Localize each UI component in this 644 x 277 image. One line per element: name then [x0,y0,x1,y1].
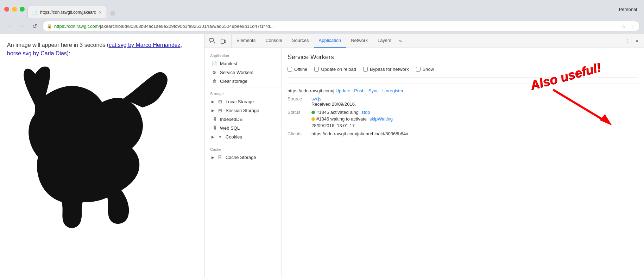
status-active-text: #1845 activated a [316,110,353,115]
svg-line-3 [213,40,215,43]
tab-close-button[interactable]: × [99,10,102,15]
sidebar-section-storage: Storage [204,89,282,97]
devtools-tabs: Elements Console Sources Application Net… [232,34,620,48]
update-on-reload-label: Update on reload [321,67,356,72]
intro-end: ): [67,50,70,56]
sw-js-link[interactable]: sw.js [311,96,321,101]
tab-title: https://cdn.rawgit.com/jakearc [40,10,96,15]
sidebar-section-application: Application [204,51,282,59]
sw-sync-link[interactable]: Sync [368,88,379,93]
sw-entry: https://cdn.rawgit.com/j Update Push Syn… [288,84,638,143]
sidebar-section-cache: Cache [204,144,282,153]
cat-link[interactable]: cat.svg by Marco Hernandez [109,42,181,48]
close-button[interactable] [4,7,9,12]
bypass-checkbox[interactable] [363,67,368,72]
tab-layers[interactable]: Layers [373,34,396,48]
sidebar-divider-2 [204,143,282,143]
tab-page-icon: 📄 [32,10,37,15]
tabs-area: 📄 https://cdn.rawgit.com/jakearc × [27,0,616,18]
devtools-panel: Elements Console Sources Application Net… [204,34,644,277]
url-menu-icon[interactable]: ⋮ [631,24,635,29]
clients-value: https://cdn.rawgit.com/jakearchibald/803… [311,131,408,136]
skip-waiting-link[interactable]: skipWaiting [370,116,393,122]
show-checkbox[interactable] [416,67,421,72]
traffic-lights [4,7,25,12]
session-storage-icon: ⊞ [217,108,223,113]
sw-update-link[interactable]: Update [336,88,351,93]
tab-network[interactable]: Network [346,34,373,48]
address-bar: ← → ↺ 🔒 https://cdn.rawgit.com/jakearchi… [0,18,644,34]
sw-push-link[interactable]: Push [354,88,365,93]
sidebar-item-websql[interactable]: 🗄 Web SQL [204,124,282,133]
show-option[interactable]: Show [416,67,434,72]
offline-option[interactable]: Offline [288,67,307,72]
local-storage-arrow: ▶ [211,100,214,104]
sidebar-divider-1 [204,87,282,87]
bypass-label: Bypass for network [370,67,409,72]
update-on-reload-checkbox[interactable] [314,67,319,72]
sidebar-item-local-storage[interactable]: ▶ ⊞ Local Storage [204,97,282,106]
sidebar-item-cookies[interactable]: ▶ ✦ Cookies [204,133,282,141]
status-waiting-text: #1846 waiting to activate [316,116,367,122]
sidebar-item-cache-storage[interactable]: ▶ 🗄 Cache Storage [204,153,282,162]
devtools-close-button[interactable]: × [633,37,641,45]
svg-rect-0 [111,11,115,16]
more-tabs-button[interactable]: » [396,34,405,48]
status-dot-waiting [311,117,315,121]
new-tab-button[interactable] [106,8,119,18]
device-toolbar-icon[interactable] [219,36,228,46]
svg-rect-5 [225,40,226,43]
update-on-reload-option[interactable]: Update on reload [314,67,356,72]
refresh-button[interactable]: ↺ [30,21,39,31]
clear-storage-icon: 🗑 [211,79,217,84]
offline-checkbox[interactable] [288,67,292,72]
devtools-sidebar: Application 📄 Manifest ⚙ Service Workers… [204,48,282,277]
devtools-icon-group [204,34,232,48]
maximize-button[interactable] [20,7,25,12]
devtools-menu-button[interactable]: ⋮ [623,37,631,45]
status-value: #1845 activated a ing stop #1846 waiting… [311,110,393,128]
sidebar-item-manifest[interactable]: 📄 Manifest [204,59,282,68]
clients-label: Clients [288,131,309,136]
sidebar-item-session-storage[interactable]: ▶ ⊞ Session Storage [204,106,282,115]
sidebar-item-clear-storage[interactable]: 🗑 Clear storage [204,77,282,86]
service-workers-panel: Service Workers Offline Update on reload [282,48,644,277]
svg-rect-4 [221,39,224,43]
status-line-1: #1845 activated a ing stop [311,110,393,115]
tab-application[interactable]: Application [314,34,346,48]
status-date: 28/09/2016, 13:01:17 [311,123,393,128]
stop-link[interactable]: stop [361,110,370,115]
cache-storage-icon: 🗄 [217,155,223,160]
bookmark-icon[interactable]: ☆ [621,24,626,29]
sidebar-item-indexeddb[interactable]: 🗄 IndexedDB [204,115,282,124]
intro-text: An image will appear here in 3 seconds (… [7,41,197,58]
url-bar[interactable]: 🔒 https://cdn.rawgit.com/jakearchibald/8… [42,21,640,31]
service-workers-icon: ⚙ [211,70,217,75]
devtools-body: Application 📄 Manifest ⚙ Service Workers… [204,48,644,277]
horse-link[interactable]: horse.svg by Carla Dias [7,50,67,56]
source-label: Source [288,96,309,101]
back-button[interactable]: ← [4,21,14,31]
minimize-button[interactable] [12,7,17,12]
tab-elements[interactable]: Elements [232,34,260,48]
main-content: An image will appear here in 3 seconds (… [0,34,644,277]
link-sep: , [181,42,182,48]
tab-console[interactable]: Console [260,34,287,48]
browser-tab[interactable]: 📄 https://cdn.rawgit.com/jakearc × [27,6,106,18]
status-line-2: #1846 waiting to activate skipWaiting [311,116,393,122]
bypass-option[interactable]: Bypass for network [363,67,409,72]
manifest-icon: 📄 [211,61,217,66]
url-text: https://cdn.rawgit.com/jakearchibald/803… [54,24,274,29]
svg-rect-1 [210,38,213,41]
browser-window: 📄 https://cdn.rawgit.com/jakearc × Perso… [0,0,644,277]
sw-unregister-link[interactable]: Unregister [383,88,404,93]
session-storage-arrow: ▶ [211,109,214,112]
tab-sources[interactable]: Sources [287,34,314,48]
sidebar-item-service-workers[interactable]: ⚙ Service Workers [204,68,282,77]
intro-prefix: An image will appear here in 3 seconds ( [7,42,109,48]
forward-button[interactable]: → [17,21,27,31]
sw-status-row: Status #1845 activated a ing stop [288,110,638,128]
cookies-arrow: ▶ [211,135,214,139]
status-label: Status [288,110,309,115]
inspector-icon[interactable] [207,36,217,46]
